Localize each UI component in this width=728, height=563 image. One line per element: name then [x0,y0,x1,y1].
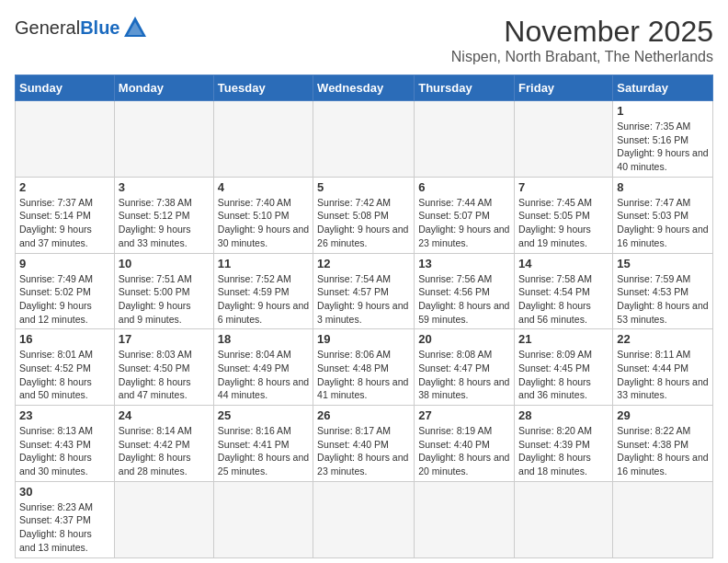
day-info: Sunrise: 8:06 AM Sunset: 4:48 PM Dayligh… [317,348,410,402]
day-info: Sunrise: 8:19 AM Sunset: 4:40 PM Dayligh… [418,424,510,478]
table-row: 6Sunrise: 7:44 AM Sunset: 5:07 PM Daylig… [415,177,515,253]
table-row [515,481,613,557]
header-thursday: Thursday [415,75,515,101]
table-row [313,101,415,178]
day-number: 16 [19,332,110,346]
day-number: 25 [218,408,309,422]
day-info: Sunrise: 7:44 AM Sunset: 5:07 PM Dayligh… [418,196,510,250]
day-number: 13 [418,257,510,270]
table-row: 3Sunrise: 7:38 AM Sunset: 5:12 PM Daylig… [114,177,213,253]
logo-blue: Blue [80,17,119,39]
table-row: 2Sunrise: 7:37 AM Sunset: 5:14 PM Daylig… [16,177,115,253]
header-friday: Friday [515,75,613,101]
logo-general: General [15,17,80,39]
day-number: 2 [19,180,110,194]
table-row: 13Sunrise: 7:56 AM Sunset: 4:56 PM Dayli… [415,253,515,329]
day-number: 12 [317,257,410,270]
calendar-row: 2Sunrise: 7:37 AM Sunset: 5:14 PM Daylig… [16,177,713,253]
day-number: 23 [19,408,110,422]
day-info: Sunrise: 7:35 AM Sunset: 5:16 PM Dayligh… [617,120,709,174]
table-row: 5Sunrise: 7:42 AM Sunset: 5:08 PM Daylig… [313,177,415,253]
table-row: 19Sunrise: 8:06 AM Sunset: 4:48 PM Dayli… [313,329,415,406]
day-number: 19 [317,332,410,346]
table-row [415,481,515,557]
table-row: 18Sunrise: 8:04 AM Sunset: 4:49 PM Dayli… [213,329,313,406]
table-row [415,101,515,178]
month-title: November 2025 [451,15,713,49]
table-row: 27Sunrise: 8:19 AM Sunset: 4:40 PM Dayli… [415,406,515,482]
day-number: 10 [119,257,210,270]
table-row: 28Sunrise: 8:20 AM Sunset: 4:39 PM Dayli… [515,406,613,482]
day-info: Sunrise: 7:56 AM Sunset: 4:56 PM Dayligh… [418,272,510,327]
logo-icon [122,15,148,40]
day-info: Sunrise: 7:58 AM Sunset: 4:54 PM Dayligh… [518,272,609,327]
day-number: 11 [218,257,309,270]
day-number: 27 [418,408,510,422]
day-info: Sunrise: 8:16 AM Sunset: 4:41 PM Dayligh… [218,424,309,478]
weekday-header-row: Sunday Monday Tuesday Wednesday Thursday… [16,75,713,101]
day-number: 26 [317,408,410,422]
table-row: 7Sunrise: 7:45 AM Sunset: 5:05 PM Daylig… [515,177,613,253]
day-number: 21 [518,332,609,346]
day-number: 7 [518,180,609,194]
table-row: 24Sunrise: 8:14 AM Sunset: 4:42 PM Dayli… [114,406,213,482]
day-info: Sunrise: 8:04 AM Sunset: 4:49 PM Dayligh… [218,348,309,402]
header-monday: Monday [114,75,213,101]
day-number: 6 [418,180,510,194]
table-row: 16Sunrise: 8:01 AM Sunset: 4:52 PM Dayli… [16,329,115,406]
day-number: 8 [617,180,709,194]
day-info: Sunrise: 8:03 AM Sunset: 4:50 PM Dayligh… [119,348,210,402]
day-info: Sunrise: 7:49 AM Sunset: 5:02 PM Dayligh… [19,272,110,327]
day-number: 24 [119,408,210,422]
table-row [114,481,213,557]
table-row: 30Sunrise: 8:23 AM Sunset: 4:37 PM Dayli… [16,481,115,557]
table-row: 17Sunrise: 8:03 AM Sunset: 4:50 PM Dayli… [114,329,213,406]
day-info: Sunrise: 7:54 AM Sunset: 4:57 PM Dayligh… [317,272,410,327]
location-title: Nispen, North Brabant, The Netherlands [451,49,713,65]
day-number: 30 [19,485,110,499]
day-info: Sunrise: 7:52 AM Sunset: 4:59 PM Dayligh… [218,272,309,327]
table-row: 25Sunrise: 8:16 AM Sunset: 4:41 PM Dayli… [213,406,313,482]
header: General Blue November 2025 Nispen, North… [15,15,713,65]
day-info: Sunrise: 7:38 AM Sunset: 5:12 PM Dayligh… [119,196,210,250]
table-row: 10Sunrise: 7:51 AM Sunset: 5:00 PM Dayli… [114,253,213,329]
day-number: 28 [518,408,609,422]
day-info: Sunrise: 7:51 AM Sunset: 5:00 PM Dayligh… [119,272,210,327]
day-info: Sunrise: 7:59 AM Sunset: 4:53 PM Dayligh… [617,272,709,327]
day-number: 4 [218,180,309,194]
table-row [613,481,713,557]
header-tuesday: Tuesday [213,75,313,101]
day-number: 18 [218,332,309,346]
table-row: 11Sunrise: 7:52 AM Sunset: 4:59 PM Dayli… [213,253,313,329]
table-row: 12Sunrise: 7:54 AM Sunset: 4:57 PM Dayli… [313,253,415,329]
calendar-row: 1Sunrise: 7:35 AM Sunset: 5:16 PM Daylig… [16,101,713,178]
day-number: 1 [617,104,709,118]
day-number: 9 [19,257,110,270]
day-info: Sunrise: 7:47 AM Sunset: 5:03 PM Dayligh… [617,196,709,250]
day-info: Sunrise: 7:42 AM Sunset: 5:08 PM Dayligh… [317,196,410,250]
table-row: 9Sunrise: 7:49 AM Sunset: 5:02 PM Daylig… [16,253,115,329]
header-sunday: Sunday [16,75,115,101]
calendar-row: 23Sunrise: 8:13 AM Sunset: 4:43 PM Dayli… [16,406,713,482]
day-number: 22 [617,332,709,346]
day-info: Sunrise: 7:45 AM Sunset: 5:05 PM Dayligh… [518,196,609,250]
day-number: 15 [617,257,709,270]
table-row: 20Sunrise: 8:08 AM Sunset: 4:47 PM Dayli… [415,329,515,406]
day-number: 17 [119,332,210,346]
day-number: 3 [119,180,210,194]
header-saturday: Saturday [613,75,713,101]
title-area: November 2025 Nispen, North Brabant, The… [451,15,713,65]
day-info: Sunrise: 8:13 AM Sunset: 4:43 PM Dayligh… [19,424,110,478]
day-info: Sunrise: 7:37 AM Sunset: 5:14 PM Dayligh… [19,196,110,250]
day-info: Sunrise: 8:09 AM Sunset: 4:45 PM Dayligh… [518,348,609,402]
table-row [313,481,415,557]
table-row: 1Sunrise: 7:35 AM Sunset: 5:16 PM Daylig… [613,101,713,178]
table-row: 8Sunrise: 7:47 AM Sunset: 5:03 PM Daylig… [613,177,713,253]
table-row [16,101,115,178]
table-row: 29Sunrise: 8:22 AM Sunset: 4:38 PM Dayli… [613,406,713,482]
day-info: Sunrise: 8:22 AM Sunset: 4:38 PM Dayligh… [617,424,709,478]
table-row [114,101,213,178]
day-info: Sunrise: 8:01 AM Sunset: 4:52 PM Dayligh… [19,348,110,402]
day-info: Sunrise: 7:40 AM Sunset: 5:10 PM Dayligh… [218,196,309,250]
table-row: 14Sunrise: 7:58 AM Sunset: 4:54 PM Dayli… [515,253,613,329]
